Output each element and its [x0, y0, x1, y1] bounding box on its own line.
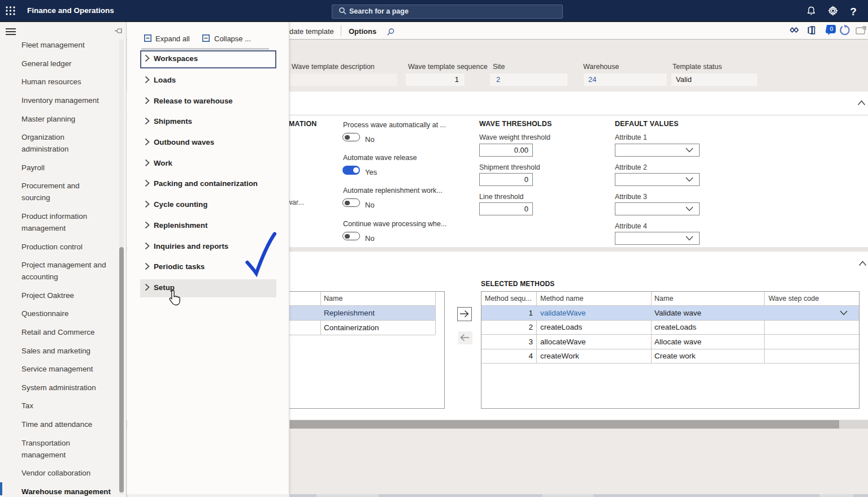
svg-text:0: 0	[830, 25, 833, 32]
svg-text:?: ?	[850, 6, 857, 17]
